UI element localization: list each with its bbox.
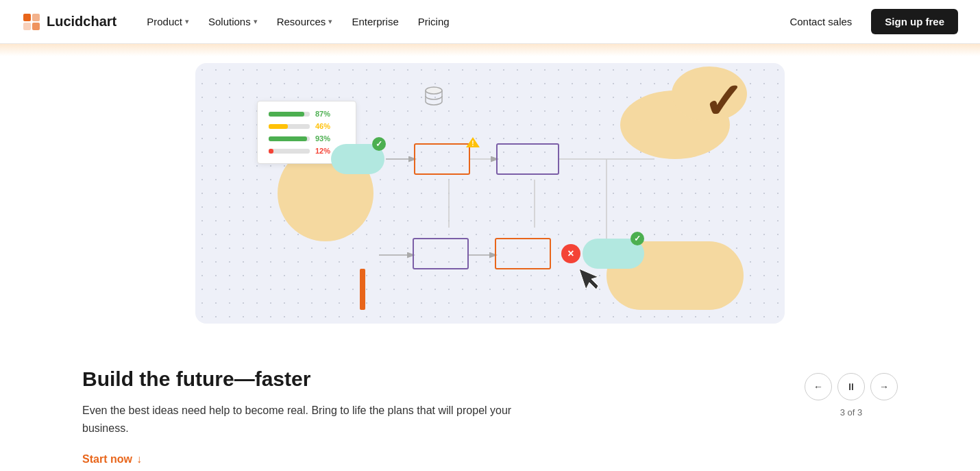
main-heading: Build the future—faster: [82, 367, 535, 391]
svg-rect-1: [32, 14, 40, 21]
page-wrapper: Lucidchart Product ▾ Solutions ▾ Resourc…: [0, 0, 980, 471]
top-strip: [0, 44, 980, 56]
text-block: Build the future—faster Even the best id…: [82, 367, 535, 466]
nav-left: Lucidchart Product ▾ Solutions ▾ Resourc…: [22, 10, 458, 33]
text-cta-section: Build the future—faster Even the best id…: [0, 351, 980, 466]
sub-text: Even the best ideas need help to become …: [82, 402, 535, 437]
svg-text:✓: ✓: [376, 139, 382, 149]
bar-bg: [269, 149, 310, 154]
start-now-label: Start now: [82, 453, 132, 466]
prev-button[interactable]: ←: [805, 373, 832, 400]
nav-enterprise[interactable]: Enterprise: [343, 10, 406, 33]
product-chevron-icon: ▾: [185, 17, 189, 26]
svg-text:×: ×: [567, 247, 574, 259]
svg-text:✓: ✓: [634, 234, 641, 243]
bar-fill-4: [269, 149, 273, 154]
svg-rect-21: [495, 239, 550, 269]
pagination-controls: ← ⏸ → 3 of 3: [805, 367, 898, 418]
diagram-area: ✓ 87%: [182, 63, 798, 351]
svg-marker-27: [579, 269, 598, 289]
prev-icon: ←: [813, 381, 823, 392]
svg-rect-2: [23, 23, 31, 30]
next-button[interactable]: →: [870, 373, 898, 400]
bar-fill-1: [269, 112, 304, 117]
resources-chevron-icon: ▾: [328, 17, 332, 26]
flowchart-svg: ✓ ! ×: [326, 104, 723, 317]
contact-sales-button[interactable]: Contact sales: [781, 10, 860, 33]
navbar: Lucidchart Product ▾ Solutions ▾ Resourc…: [0, 0, 980, 44]
svg-rect-20: [413, 239, 468, 269]
nav-right: Contact sales Sign up free: [781, 9, 958, 34]
nav-product[interactable]: Product ▾: [138, 10, 197, 33]
pause-icon: ⏸: [846, 381, 856, 392]
svg-rect-3: [32, 23, 40, 30]
bar-fill-3: [269, 136, 307, 141]
solutions-chevron-icon: ▾: [254, 17, 258, 26]
logo-icon: [22, 12, 41, 32]
pause-button[interactable]: ⏸: [837, 373, 865, 400]
nav-pricing[interactable]: Pricing: [410, 10, 458, 33]
diagram-card: ✓ 87%: [195, 63, 785, 324]
nav-links: Product ▾ Solutions ▾ Resources ▾ Enterp…: [138, 10, 457, 33]
nav-resources[interactable]: Resources ▾: [269, 10, 341, 33]
bar-fill-2: [269, 124, 288, 129]
svg-rect-0: [23, 14, 31, 21]
nav-solutions[interactable]: Solutions ▾: [200, 10, 266, 33]
bar-bg: [269, 124, 310, 129]
page-indicator: 3 of 3: [840, 407, 863, 418]
hero-section: ✓ 87%: [0, 44, 980, 466]
svg-point-4: [426, 87, 442, 94]
logo[interactable]: Lucidchart: [22, 12, 117, 32]
next-icon: →: [879, 381, 889, 392]
start-now-arrow: ↓: [136, 453, 142, 466]
svg-rect-16: [415, 144, 469, 174]
logo-text: Lucidchart: [47, 14, 117, 29]
ctrl-buttons: ← ⏸ →: [805, 373, 898, 400]
signup-button[interactable]: Sign up free: [871, 9, 958, 34]
svg-text:!: !: [471, 140, 474, 147]
bar-bg: [269, 112, 310, 117]
svg-rect-19: [497, 144, 559, 174]
start-now-link[interactable]: Start now ↓: [82, 453, 142, 466]
bar-bg: [269, 136, 310, 141]
